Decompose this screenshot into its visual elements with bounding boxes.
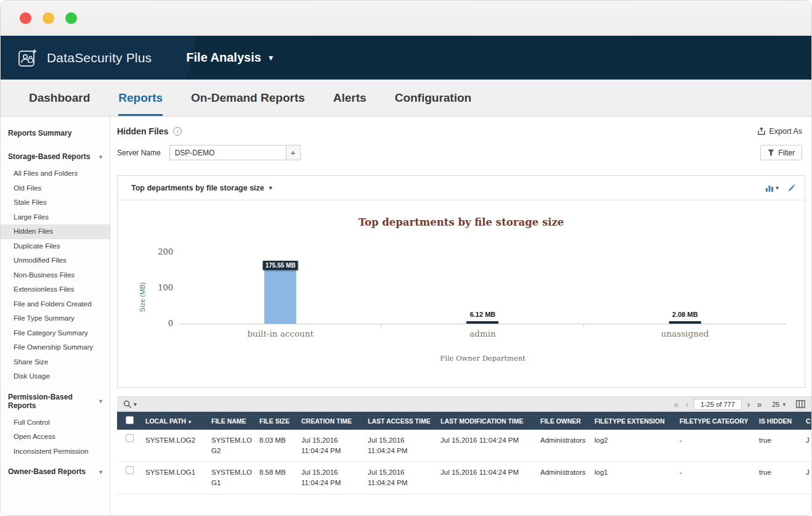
nav-tab-alerts[interactable]: Alerts bbox=[333, 80, 367, 116]
export-as-label: Export As bbox=[769, 127, 803, 136]
cell-last-modification-time: Jul 15,2016 11:04:24 PM bbox=[437, 430, 537, 462]
filter-icon bbox=[768, 149, 774, 156]
sidebar-section-storage-based-reports[interactable]: Storage-Based Reports▾ bbox=[1, 144, 110, 166]
sidebar-item-old-files[interactable]: Old Files bbox=[1, 181, 110, 196]
column-header-file-size[interactable]: FILE SIZE bbox=[256, 412, 298, 430]
app-logo-icon bbox=[17, 47, 39, 69]
sidebar-item-file-ownership-summary[interactable]: File Ownership Summary bbox=[1, 340, 110, 355]
sidebar-item-file-category-summary[interactable]: File Category Summary bbox=[1, 326, 110, 341]
pagination: « ‹ 1-25 of 777 › » 25 ▾ bbox=[673, 399, 805, 410]
column-chooser-button[interactable] bbox=[796, 400, 805, 408]
column-header-file-name[interactable]: FILE NAME bbox=[208, 412, 256, 430]
nav-tab-reports[interactable]: Reports bbox=[118, 80, 163, 116]
cell-local-path: SYSTEM.LOG2 bbox=[142, 430, 208, 462]
chart-bar[interactable] bbox=[264, 261, 296, 324]
search-button[interactable]: ▾ bbox=[123, 400, 137, 409]
column-header-filetype-category[interactable]: FILETYPE CATEGORY bbox=[676, 412, 755, 430]
sidebar: Reports SummaryStorage-Based Reports▾All… bbox=[1, 117, 110, 515]
select-all-checkbox[interactable] bbox=[126, 416, 134, 424]
sidebar-item-non-business-files[interactable]: Non-Business Files bbox=[1, 268, 110, 283]
maximize-button[interactable] bbox=[65, 12, 77, 24]
x-category-label: admin bbox=[381, 329, 583, 338]
prev-page-button[interactable]: ‹ bbox=[684, 400, 689, 409]
table-header-row: LOCAL PATH▾FILE NAMEFILE SIZECREATION TI… bbox=[117, 412, 811, 430]
sidebar-item-inconsistent-permission[interactable]: Inconsistent Permission bbox=[1, 444, 110, 459]
app-header: DataSecurity Plus File Analysis ▼ bbox=[1, 36, 811, 80]
sidebar-section-owner-based-reports[interactable]: Owner-Based Reports▾ bbox=[1, 459, 110, 481]
sidebar-item-hidden-files[interactable]: Hidden Files bbox=[1, 224, 110, 239]
table-row[interactable]: SYSTEM.LOG1SYSTEM.LOG18.58 MBJul 15,2016… bbox=[117, 462, 811, 494]
sidebar-item-stale-files[interactable]: Stale Files bbox=[1, 195, 110, 210]
brand-name: DataSecurity Plus bbox=[47, 51, 152, 65]
server-name-input[interactable] bbox=[169, 145, 286, 160]
row-checkbox[interactable] bbox=[126, 466, 134, 474]
nav-tab-dashboard[interactable]: Dashboard bbox=[29, 80, 90, 116]
cell-file-size: 8.58 MB bbox=[256, 462, 298, 494]
minimize-button[interactable] bbox=[43, 12, 54, 24]
sidebar-section-permission-based-reports[interactable]: Permission-Based Reports▾ bbox=[1, 384, 110, 416]
column-header-filetype-extension[interactable]: FILETYPE EXTENSION bbox=[591, 412, 676, 430]
chart-bar[interactable] bbox=[466, 321, 498, 324]
sidebar-item-duplicate-files[interactable]: Duplicate Files bbox=[1, 239, 110, 254]
chart-style-button[interactable]: ▾ bbox=[765, 184, 779, 192]
chevron-down-icon: ▾ bbox=[134, 401, 137, 407]
cell-c: J bbox=[802, 430, 811, 462]
cell-is-hidden: true bbox=[755, 462, 802, 494]
next-page-button[interactable]: › bbox=[746, 400, 752, 409]
column-header-is-hidden[interactable]: IS HIDDEN bbox=[755, 412, 802, 430]
sort-caret-icon: ▾ bbox=[189, 419, 191, 425]
cell-c: J bbox=[802, 462, 811, 494]
chevron-down-icon: ▾ bbox=[99, 469, 102, 475]
add-server-button[interactable]: + bbox=[286, 145, 301, 160]
first-page-button[interactable]: « bbox=[673, 400, 680, 409]
sidebar-section-label: Storage-Based Reports bbox=[8, 152, 90, 161]
sidebar-item-unmodified-files[interactable]: Unmodified Files bbox=[1, 253, 110, 268]
chart-bar-group: 6.12 MBadmin bbox=[381, 253, 583, 324]
sidebar-item-large-files[interactable]: Large Files bbox=[1, 210, 110, 225]
last-page-button[interactable]: » bbox=[755, 400, 763, 409]
cell-file-owner: Administrators bbox=[537, 462, 591, 494]
page-size-dropdown[interactable]: 25 ▾ bbox=[772, 401, 786, 408]
column-header-last-access-time[interactable]: LAST ACCESS TIME bbox=[364, 412, 437, 430]
column-header-file-owner[interactable]: FILE OWNER bbox=[537, 412, 591, 430]
chart-card-header: Top departments by file storage size ▾ ▾ bbox=[118, 176, 805, 200]
chart-type-dropdown[interactable]: Top departments by file storage size ▾ bbox=[131, 184, 272, 192]
sidebar-item-file-and-folders-created[interactable]: File and Folders Created bbox=[1, 297, 110, 312]
chevron-down-icon: ▾ bbox=[99, 154, 102, 160]
column-header-creation-time[interactable]: CREATION TIME bbox=[298, 412, 364, 430]
filter-row: Server Name + Filter bbox=[110, 139, 811, 160]
chart-dropdown-label: Top departments by file storage size bbox=[131, 184, 264, 192]
row-checkbox[interactable] bbox=[126, 434, 134, 442]
chart-bar[interactable] bbox=[669, 321, 701, 324]
sidebar-item-open-access[interactable]: Open Access bbox=[1, 430, 110, 444]
column-header-c[interactable]: C bbox=[802, 412, 811, 430]
cell-file-name: SYSTEM.LOG1 bbox=[208, 462, 256, 494]
sidebar-item-full-control[interactable]: Full Control bbox=[1, 416, 110, 430]
close-button[interactable] bbox=[20, 12, 31, 24]
y-tick-label: 200 bbox=[152, 247, 173, 256]
table-row[interactable]: SYSTEM.LOG2SYSTEM.LOG28.03 MBJul 15,2016… bbox=[117, 430, 811, 462]
filter-button[interactable]: Filter bbox=[760, 145, 802, 160]
brand: DataSecurity Plus bbox=[17, 47, 152, 69]
sidebar-item-extensionless-files[interactable]: Extensionless Files bbox=[1, 282, 110, 297]
chart-plot: 0100200175.55 MBbuilt-in account6.12 MBa… bbox=[179, 253, 786, 324]
app-window: DataSecurity Plus File Analysis ▼ Dashbo… bbox=[0, 0, 812, 516]
sidebar-item-reports-summary[interactable]: Reports Summary bbox=[1, 120, 110, 144]
sidebar-item-share-size[interactable]: Share Size bbox=[1, 355, 110, 370]
sidebar-item-disk-usage[interactable]: Disk Usage bbox=[1, 369, 110, 384]
edit-chart-button[interactable] bbox=[787, 184, 796, 192]
search-icon bbox=[123, 400, 132, 409]
nav-tab-configuration[interactable]: Configuration bbox=[395, 80, 472, 116]
nav-tab-on-demand-reports[interactable]: On-Demand Reports bbox=[191, 80, 305, 116]
sidebar-item-file-type-summary[interactable]: File Type Summary bbox=[1, 311, 110, 326]
module-selector[interactable]: File Analysis ▼ bbox=[186, 51, 274, 65]
export-as-button[interactable]: Export As bbox=[757, 127, 803, 136]
sidebar-section-label: Permission-Based Reports bbox=[8, 393, 99, 410]
column-header-last-modification-time[interactable]: LAST MODIFICATION TIME bbox=[437, 412, 537, 430]
column-header-local-path[interactable]: LOCAL PATH▾ bbox=[142, 412, 208, 430]
info-icon[interactable]: i bbox=[173, 127, 182, 136]
sidebar-item-all-files-and-folders[interactable]: All Files and Folders bbox=[1, 166, 110, 181]
chevron-down-icon: ▾ bbox=[782, 401, 786, 407]
chart-bar-group: 2.08 MBunassigned bbox=[584, 253, 786, 324]
chevron-down-icon: ▼ bbox=[267, 54, 275, 62]
